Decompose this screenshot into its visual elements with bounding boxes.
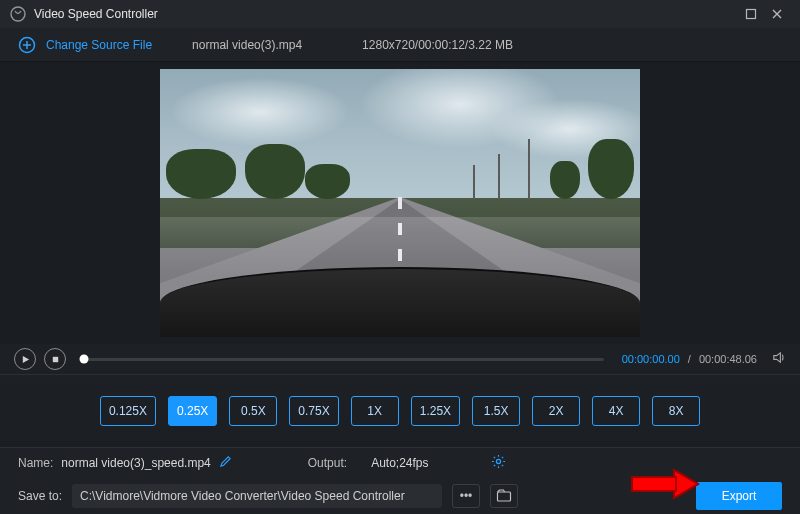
svg-point-4 (496, 459, 500, 463)
app-logo-icon (10, 6, 26, 22)
app-title: Video Speed Controller (34, 7, 158, 21)
volume-icon[interactable] (771, 350, 786, 368)
speed-option-1x[interactable]: 1X (351, 396, 399, 426)
svg-rect-5 (498, 492, 511, 501)
more-options-button[interactable]: ••• (452, 484, 480, 508)
edit-name-icon[interactable] (219, 455, 232, 471)
progress-bar[interactable] (84, 358, 604, 361)
svg-rect-3 (52, 356, 57, 361)
export-button[interactable]: Export (696, 482, 782, 510)
output-settings-icon[interactable] (491, 454, 506, 472)
title-bar: Video Speed Controller (0, 0, 800, 28)
speed-option-1p25x[interactable]: 1.25X (411, 396, 460, 426)
output-name-value: normal video(3)_speed.mp4 (61, 456, 210, 470)
saveto-label: Save to: (18, 489, 62, 503)
speed-option-8x[interactable]: 8X (652, 396, 700, 426)
speed-option-1p5x[interactable]: 1.5X (472, 396, 520, 426)
name-label: Name: (18, 456, 53, 470)
source-bar: Change Source File normal video(3).mp4 1… (0, 28, 800, 62)
video-preview[interactable] (160, 69, 640, 337)
saveto-path-text: C:\Vidmore\Vidmore Video Converter\Video… (80, 489, 405, 503)
save-to-row: Save to: C:\Vidmore\Vidmore Video Conver… (0, 478, 800, 514)
output-name-row: Name: normal video(3)_speed.mp4 Output: … (0, 448, 800, 478)
player-controls: 00:00:00.00/00:00:48.06 (0, 344, 800, 374)
open-folder-button[interactable] (490, 484, 518, 508)
source-file-name: normal video(3).mp4 (192, 38, 302, 52)
output-format-value: Auto;24fps (371, 456, 428, 470)
maximize-button[interactable] (738, 4, 764, 24)
play-button[interactable] (14, 348, 36, 370)
video-preview-area (0, 62, 800, 344)
speed-option-0p5x[interactable]: 0.5X (229, 396, 277, 426)
export-button-label: Export (722, 489, 757, 503)
saveto-path-field[interactable]: C:\Vidmore\Vidmore Video Converter\Video… (72, 484, 442, 508)
speed-option-0p25x[interactable]: 0.25X (168, 396, 217, 426)
time-total: 00:00:48.06 (699, 353, 757, 365)
speed-option-0p125x[interactable]: 0.125X (100, 396, 156, 426)
close-button[interactable] (764, 4, 790, 24)
add-icon[interactable] (18, 36, 36, 54)
time-current: 00:00:00.00 (622, 353, 680, 365)
speed-option-2x[interactable]: 2X (532, 396, 580, 426)
source-file-meta: 1280x720/00:00:12/3.22 MB (362, 38, 513, 52)
stop-button[interactable] (44, 348, 66, 370)
speed-option-4x[interactable]: 4X (592, 396, 640, 426)
svg-rect-1 (747, 10, 756, 19)
speed-selector: 0.125X0.25X0.5X0.75X1X1.25X1.5X2X4X8X (0, 374, 800, 448)
speed-option-0p75x[interactable]: 0.75X (289, 396, 338, 426)
progress-knob[interactable] (80, 355, 89, 364)
change-source-button[interactable]: Change Source File (46, 38, 152, 52)
output-label: Output: (308, 456, 347, 470)
